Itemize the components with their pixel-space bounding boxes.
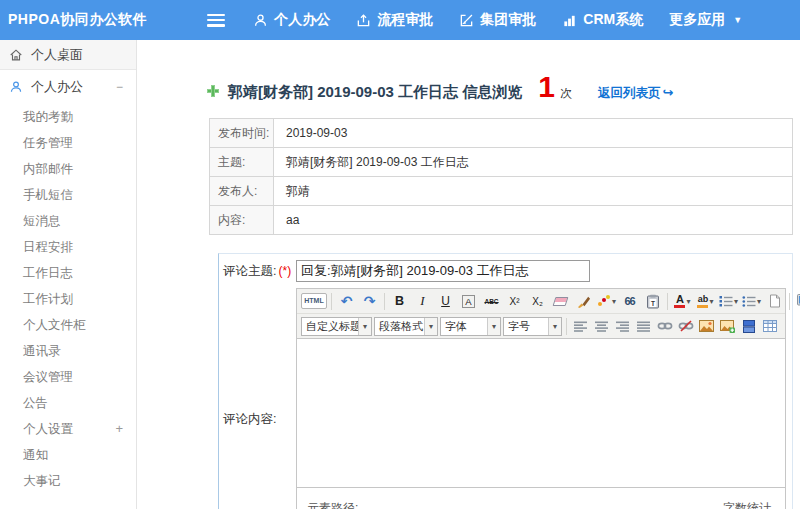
field-value: 郭靖 <box>274 177 793 206</box>
required-mark: (*) <box>278 264 291 278</box>
back-link-label: 返回列表页 <box>598 85 661 102</box>
new-page-button[interactable] <box>764 291 785 311</box>
underline-button[interactable]: U <box>435 291 456 311</box>
sidebar-item[interactable]: 公告 <box>0 390 136 416</box>
nav-label: 流程审批 <box>377 11 433 29</box>
comment-subject-input[interactable] <box>296 260 590 282</box>
paragraph-dropdown[interactable]: 段落格式▾ <box>374 317 438 336</box>
quick-format-icon <box>597 295 611 308</box>
paste-as-text-button[interactable]: T <box>642 291 663 311</box>
menu-toggle-icon[interactable] <box>207 14 225 27</box>
char-border-button[interactable]: A <box>458 291 479 311</box>
nav-label: CRM系统 <box>583 11 643 29</box>
image-button[interactable] <box>697 316 716 336</box>
fullscreen-button[interactable] <box>794 291 800 311</box>
remove-format-button[interactable]: ABC <box>481 291 502 311</box>
sidebar-item-label: 会议管理 <box>23 370 73 384</box>
char-border-icon: A <box>462 295 474 308</box>
sidebar-group-personal-office[interactable]: 个人办公 − <box>0 70 136 104</box>
image-icon <box>699 320 714 332</box>
eraser-button[interactable] <box>550 291 571 311</box>
comment-subject-field <box>296 260 590 282</box>
sidebar-item[interactable]: 大事记 <box>0 468 136 494</box>
sidebar-group-label: 个人办公 <box>31 78 83 96</box>
svg-text:T: T <box>651 299 655 306</box>
sidebar-item-label: 个人设置 <box>23 422 73 436</box>
comment-form: 评论主题:(*) 评论内容: HTML ↶ ↷ <box>218 253 793 509</box>
word-count-label[interactable]: 字数统计 <box>723 500 771 509</box>
return-arrow-icon: ↪ <box>662 85 673 100</box>
sidebar-item[interactable]: 通知 <box>0 442 136 468</box>
sidebar-item[interactable]: 手机短信 <box>0 182 136 208</box>
sidebar-item-label: 工作日志 <box>23 266 73 280</box>
heading-dropdown[interactable]: 自定义标题▾ <box>301 317 372 336</box>
format-painter-button[interactable] <box>573 291 594 311</box>
sidebar-menu: 我的考勤 任务管理 内部邮件 手机短信 短消息 <box>0 104 136 494</box>
redo-button[interactable]: ↷ <box>359 291 380 311</box>
font-family-dropdown[interactable]: 字体▾ <box>440 317 501 336</box>
quick-format-button[interactable]: ▾ <box>596 291 617 311</box>
editor-toolbar-row1: HTML ↶ ↷ B I U A ABC X² X₂ <box>297 289 785 314</box>
multi-image-button[interactable] <box>718 316 737 336</box>
sidebar-item[interactable]: 我的考勤 <box>0 104 136 130</box>
sidebar-item[interactable]: 工作日志 <box>0 260 136 286</box>
superscript-button[interactable]: X² <box>504 291 525 311</box>
sidebar-item-desktop[interactable]: 个人桌面 <box>0 40 136 70</box>
view-count-unit: 次 <box>560 85 572 102</box>
nav-workflow-approval[interactable]: 流程审批 <box>356 11 433 29</box>
editor-toolbar-row2: 自定义标题▾ 段落格式▾ 字体▾ 字号▾ <box>297 314 785 339</box>
sidebar-item[interactable]: 会议管理 <box>0 364 136 390</box>
html-source-button[interactable]: HTML <box>301 293 327 309</box>
subscript-button[interactable]: X₂ <box>527 291 548 311</box>
nav-more-apps[interactable]: 更多应用 ▼ <box>669 11 742 29</box>
main-nav: 个人办公 流程审批 集团审批 CRM系统 更多应用 ▼ <box>253 11 742 29</box>
sidebar-item[interactable]: 任务管理 <box>0 130 136 156</box>
sidebar-item[interactable]: 个人文件柜 <box>0 312 136 338</box>
unordered-list-button[interactable]: ▾ <box>741 291 762 311</box>
chevron-down-icon: ▾ <box>358 318 371 335</box>
align-right-button[interactable] <box>613 316 632 336</box>
editor-canvas[interactable] <box>297 339 785 487</box>
font-size-dropdown[interactable]: 字号▾ <box>503 317 562 336</box>
undo-button[interactable]: ↶ <box>336 291 357 311</box>
top-navbar: PHPOA协同办公软件 个人办公 流程审批 集团审批 CRM系统 更多应用 ▼ <box>0 0 800 40</box>
field-label: 发布人: <box>210 177 274 206</box>
back-to-list-link[interactable]: 返回列表页 ↪ <box>598 85 673 102</box>
media-button[interactable] <box>739 316 758 336</box>
blockquote-button[interactable]: 66 <box>619 291 640 311</box>
sidebar-item[interactable]: 短消息 <box>0 208 136 234</box>
font-color-button[interactable]: A▾ <box>672 291 693 311</box>
table-button[interactable] <box>760 316 779 336</box>
align-left-button[interactable] <box>571 316 590 336</box>
sidebar-item-label: 工作计划 <box>23 292 73 306</box>
nav-label: 集团审批 <box>480 11 536 29</box>
nav-personal-office[interactable]: 个人办公 <box>253 11 330 29</box>
align-justify-button[interactable] <box>634 316 653 336</box>
sidebar-item[interactable]: 个人设置 + <box>0 416 136 442</box>
field-label: 内容: <box>210 206 274 235</box>
sidebar-item[interactable]: 内部邮件 <box>0 156 136 182</box>
unordered-list-icon <box>742 295 756 307</box>
highlight-color-button[interactable]: ab▾ <box>695 291 716 311</box>
unlink-button[interactable] <box>676 316 695 336</box>
chevron-down-icon: ▾ <box>686 297 690 306</box>
expand-icon[interactable]: + <box>115 416 123 442</box>
sidebar-item[interactable]: 日程安排 <box>0 234 136 260</box>
comment-subject-label: 评论主题:(*) <box>219 263 296 280</box>
collapse-icon[interactable]: − <box>116 80 123 94</box>
link-button[interactable] <box>655 316 674 336</box>
table-icon <box>763 320 777 332</box>
bold-button[interactable]: B <box>389 291 410 311</box>
nav-group-approval[interactable]: 集团审批 <box>459 11 536 29</box>
ordered-list-button[interactable]: ▾ <box>718 291 739 311</box>
sidebar-item[interactable]: 工作计划 <box>0 286 136 312</box>
table-row: 发布人: 郭靖 <box>210 177 793 206</box>
italic-button[interactable]: I <box>412 291 433 311</box>
page: { "colors": { "navbar_blue": "#4a96e8", … <box>0 0 800 509</box>
nav-crm-system[interactable]: CRM系统 <box>562 11 643 29</box>
sidebar-item-label: 日程安排 <box>23 240 73 254</box>
sidebar-item[interactable]: 通讯录 <box>0 338 136 364</box>
multi-image-icon <box>720 320 735 333</box>
align-center-button[interactable] <box>592 316 611 336</box>
paragraph-dropdown-value: 段落格式 <box>375 319 424 334</box>
